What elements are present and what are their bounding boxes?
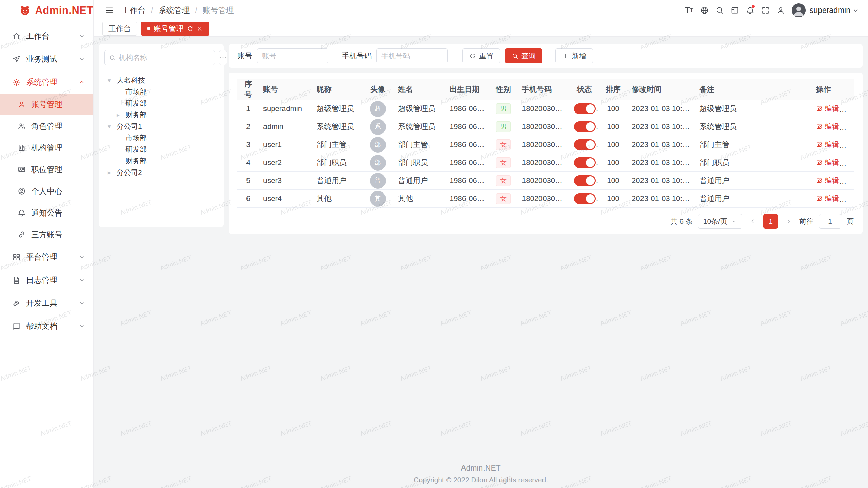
cell-nickname: 部门主管 <box>313 136 361 154</box>
chevron-down-icon <box>79 277 85 283</box>
edit-button[interactable]: 编辑 <box>816 176 839 185</box>
user-icon[interactable] <box>773 3 788 18</box>
tree-node[interactable]: 研发部 <box>104 98 218 109</box>
edit-button[interactable]: 编辑 <box>816 194 839 203</box>
cell-name: 系统管理员 <box>394 118 446 136</box>
caret-right-icon[interactable]: ▸ <box>108 169 117 176</box>
breadcrumb-item[interactable]: 系统管理 <box>158 5 190 16</box>
username[interactable]: superadmin <box>810 6 850 15</box>
bell-icon[interactable] <box>743 3 758 18</box>
layout-icon[interactable] <box>727 3 743 18</box>
tree-node[interactable]: 市场部 <box>104 132 218 144</box>
sidebar-item-notice[interactable]: 通知公告 <box>0 202 93 224</box>
tree-node[interactable]: ▸分公司2 <box>104 167 218 178</box>
hamburger-icon[interactable] <box>102 3 117 18</box>
gender-badge: 女 <box>496 175 511 186</box>
sidebar-item-system-mgmt[interactable]: 系统管理 <box>0 70 93 94</box>
globe-icon[interactable] <box>697 3 712 18</box>
edit-button[interactable]: 编辑 <box>816 122 839 131</box>
app: Admin.NET 工作台业务测试系统管理账号管理角色管理机构管理职位管理个人中… <box>0 0 868 488</box>
cell-phone: 18020030720 <box>518 100 570 118</box>
chevron-down-icon <box>79 56 85 62</box>
cell-account: user1 <box>259 136 313 154</box>
sidebar-item-help-docs[interactable]: 帮助文档 <box>0 314 93 338</box>
status-toggle[interactable] <box>574 121 596 132</box>
sidebar-item-business-test[interactable]: 业务测试 <box>0 47 93 70</box>
tree-node[interactable]: ▾分公司1 <box>104 121 218 132</box>
status-toggle[interactable] <box>574 139 596 150</box>
next-page-button[interactable] <box>784 214 794 229</box>
caret-right-icon[interactable]: ▸ <box>117 111 125 119</box>
cell-index: 1 <box>237 100 259 118</box>
refresh-icon[interactable] <box>187 25 193 32</box>
sidebar-item-personal-center[interactable]: 个人中心 <box>0 180 93 202</box>
tab-account-mgmt[interactable]: 账号管理 <box>141 22 209 36</box>
ellipsis-icon <box>219 54 227 61</box>
account-input[interactable] <box>257 48 328 63</box>
tree-node[interactable]: 财务部 <box>104 155 218 167</box>
search-icon[interactable] <box>712 3 727 18</box>
sidebar-item-workbench[interactable]: 工作台 <box>0 24 93 47</box>
edit-button[interactable]: 编辑 <box>816 158 839 167</box>
phone-input[interactable] <box>376 48 448 63</box>
sidebar-item-platform-mgmt[interactable]: 平台管理 <box>0 245 93 268</box>
gender-badge: 女 <box>496 193 511 204</box>
cell-order: 100 <box>599 172 628 190</box>
footer-title: Admin.NET <box>94 464 868 473</box>
tree-node[interactable]: 市场部 <box>104 86 218 98</box>
add-button[interactable]: 新增 <box>555 48 593 63</box>
status-toggle[interactable] <box>574 193 596 204</box>
tree-node[interactable]: ▸财务部 <box>104 109 218 121</box>
column-header: 操作 <box>812 79 854 100</box>
topbar: 工作台/系统管理/账号管理 TT superadmin <box>94 0 868 21</box>
notification-badge <box>752 5 755 8</box>
current-page[interactable]: 1 <box>763 214 778 229</box>
cell-actions: 编辑 <box>812 154 854 172</box>
sidebar-item-dev-tools[interactable]: 开发工具 <box>0 291 93 314</box>
table-row: 4user2部门职员部部门职员1986-06-28女18020030720100… <box>237 154 854 172</box>
tree-node[interactable]: ▾大名科技 <box>104 75 218 86</box>
cell-status <box>570 172 599 190</box>
column-header: 出生日期 <box>446 79 489 100</box>
cell-modified: 2023-01-03 10:59:44 <box>628 172 695 190</box>
caret-down-icon[interactable]: ▾ <box>108 123 117 130</box>
sidebar-item-log-mgmt[interactable]: 日志管理 <box>0 268 93 291</box>
font-size-icon[interactable]: TT <box>682 3 697 18</box>
table-panel: 序号账号昵称头像姓名出生日期性别手机号码状态排序修改时间备注操作1superad… <box>229 73 863 234</box>
prev-page-button[interactable] <box>748 214 758 229</box>
tab-workbench[interactable]: 工作台 <box>102 22 137 36</box>
reset-button[interactable]: 重置 <box>462 48 500 63</box>
search-button[interactable]: 查询 <box>505 48 542 63</box>
org-search-input[interactable] <box>119 54 211 62</box>
status-toggle[interactable] <box>574 157 596 168</box>
sidebar-item-role-mgmt[interactable]: 角色管理 <box>0 115 93 137</box>
close-icon[interactable] <box>197 25 203 32</box>
cell-birthday: 1986-06-28 <box>446 172 489 190</box>
breadcrumb-separator: / <box>151 6 153 15</box>
avatar[interactable] <box>792 3 806 17</box>
breadcrumb-item[interactable]: 账号管理 <box>203 5 234 16</box>
breadcrumb: 工作台/系统管理/账号管理 <box>122 5 234 16</box>
sidebar-item-position-mgmt[interactable]: 职位管理 <box>0 159 93 180</box>
table-row: 1superadmin超级管理员超超级管理员1986-06-28男1802003… <box>237 100 854 118</box>
caret-down-icon[interactable]: ▾ <box>108 77 117 84</box>
edit-button[interactable]: 编辑 <box>816 104 839 113</box>
sidebar-item-org-mgmt[interactable]: 机构管理 <box>0 137 93 159</box>
page-size-select[interactable]: 10条/页 <box>698 214 742 229</box>
cell-status <box>570 154 599 172</box>
edit-button[interactable]: 编辑 <box>816 140 839 149</box>
breadcrumb-item[interactable]: 工作台 <box>122 5 145 16</box>
status-toggle[interactable] <box>574 175 596 186</box>
chevron-down-icon <box>731 219 737 224</box>
status-toggle[interactable] <box>574 103 596 114</box>
sidebar-item-third-account[interactable]: 三方账号 <box>0 224 93 245</box>
sidebar-item-account-mgmt[interactable]: 账号管理 <box>0 94 93 115</box>
fullscreen-icon[interactable] <box>758 3 773 18</box>
goto-page-input[interactable] <box>819 214 841 229</box>
org-tree: ▾大名科技市场部研发部▸财务部▾分公司1市场部研发部财务部▸分公司2 <box>104 75 218 178</box>
tree-more-button[interactable] <box>219 50 227 65</box>
chevron-down-icon[interactable] <box>852 7 859 14</box>
cell-phone: 18020030720 <box>518 172 570 190</box>
tree-node[interactable]: 研发部 <box>104 144 218 155</box>
cell-gender: 女 <box>489 172 518 190</box>
